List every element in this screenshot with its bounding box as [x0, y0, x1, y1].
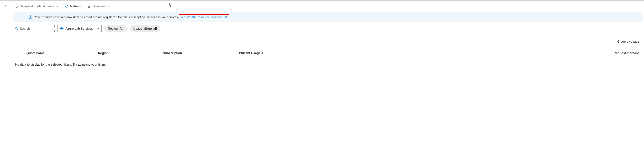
- chevron-down-icon: [97, 27, 99, 30]
- column-current-usage-label: Current Usage: [239, 51, 260, 55]
- group-by-row: Group by usage: [0, 35, 644, 48]
- usage-filter-label: Usage :: [133, 27, 144, 30]
- search-icon: [15, 27, 18, 30]
- info-banner: One or more resource providers selected …: [13, 12, 643, 22]
- column-current-usage[interactable]: Current Usage: [239, 51, 378, 55]
- info-icon: [29, 15, 32, 19]
- column-subscription[interactable]: Subscription: [163, 51, 239, 55]
- region-filter-pill[interactable]: Region : All: [104, 25, 127, 32]
- refresh-label: Refresh: [70, 4, 81, 8]
- chevron-down-icon: [56, 5, 58, 7]
- region-filter-value: All: [120, 27, 124, 30]
- sort-down-icon: [261, 52, 264, 54]
- search-input[interactable]: [20, 27, 59, 30]
- request-quota-label: Request quota increase: [21, 4, 54, 8]
- register-provider-link-text: register the resource provider.: [181, 15, 222, 19]
- register-provider-link-highlight: register the resource provider.: [179, 14, 229, 20]
- download-label: Download: [92, 4, 106, 8]
- usage-filter-pill[interactable]: Usage : Show all: [130, 25, 160, 32]
- column-quota-name[interactable]: Quota name: [13, 51, 98, 55]
- pencil-icon: [16, 5, 20, 8]
- register-provider-link[interactable]: register the resource provider.: [181, 15, 222, 19]
- usage-filter-value: Show all: [144, 27, 157, 30]
- provider-label: Azure Lab Services: [66, 27, 92, 30]
- external-link-icon: [224, 16, 227, 19]
- column-region[interactable]: Region: [98, 51, 163, 55]
- svg-point-1: [30, 16, 31, 17]
- chevron-down-icon: [108, 5, 111, 7]
- group-by-label: Group by usage: [617, 40, 639, 43]
- table-header: Quota name Region Subscription Current U…: [0, 48, 644, 58]
- download-icon: [88, 5, 91, 8]
- toolbar: Request quota increase Refresh Download: [0, 0, 644, 12]
- provider-dropdown[interactable]: Azure Lab Services: [57, 25, 102, 32]
- group-by-dropdown[interactable]: Group by usage: [614, 38, 642, 45]
- region-filter-label: Region :: [108, 27, 120, 30]
- banner-message: One or more resource providers selected …: [35, 15, 179, 19]
- search-input-container[interactable]: [13, 25, 54, 32]
- svg-line-4: [17, 29, 18, 30]
- refresh-icon: [65, 4, 68, 8]
- empty-state-message: No data to display for the selected filt…: [0, 58, 644, 71]
- download-button[interactable]: Download: [85, 3, 113, 9]
- column-request-increase[interactable]: Request Increase: [378, 51, 644, 55]
- request-quota-button[interactable]: Request quota increase: [14, 3, 61, 9]
- filters-row: Azure Lab Services Region : All Usage : …: [0, 22, 644, 35]
- svg-rect-2: [30, 17, 31, 18]
- refresh-button[interactable]: Refresh: [63, 3, 84, 9]
- svg-point-3: [16, 27, 17, 29]
- expand-chevron-icon[interactable]: [4, 4, 7, 7]
- azure-cloud-icon: [60, 27, 64, 30]
